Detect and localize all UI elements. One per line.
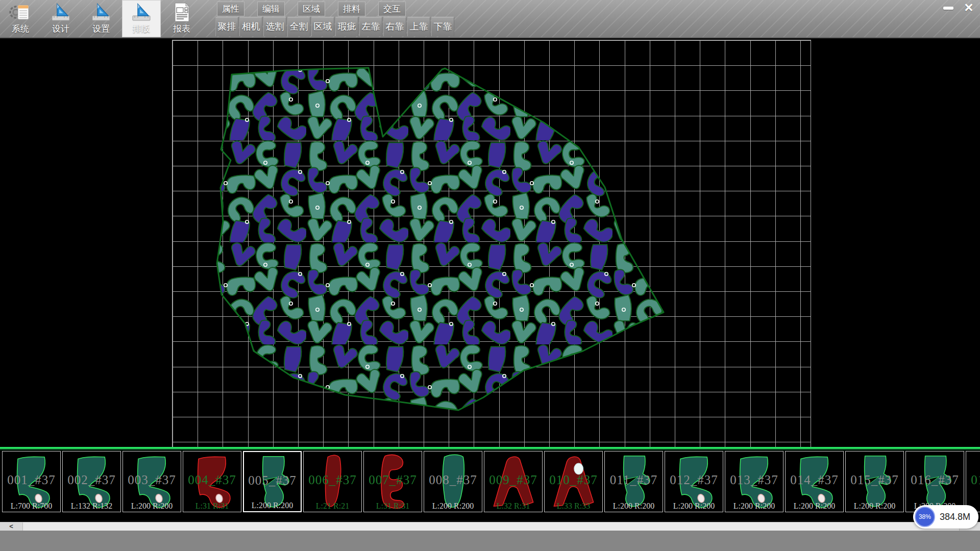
thumbnail-cell-007[interactable]: 007_#37L:31 R:31 [363,451,422,512]
tool-button-cluster-nest[interactable]: 聚排 [215,17,238,36]
piece-name: 008_#37 [424,473,482,487]
piece-name: 011_#37 [605,473,663,487]
thumbnail-cell-017[interactable]: 017_#37L: [966,451,980,512]
piece-name: 015_#37 [846,473,903,487]
piece-name: 010_#37 [545,473,602,487]
thumbnail-cell-011[interactable]: 011_#37L:200 R:200 [604,451,663,512]
leather-hide-shape[interactable] [217,68,664,410]
window-controls: ✕ [940,2,977,14]
piece-name: 006_#37 [304,473,361,487]
main-toolbar: 系统设计设置排版报表 [1,0,201,37]
piece-name: 009_#37 [484,473,542,487]
piece-name: 004_#37 [183,473,241,487]
piece-lr-count: L:200 R:200 [605,502,663,511]
set-square-icon [130,2,153,22]
toolbar-item-design[interactable]: 设计 [41,0,80,37]
menu-tab-properties[interactable]: 属性 [217,2,244,16]
menu-tab-interact[interactable]: 交互 [378,2,406,16]
thumbnail-cell-012[interactable]: 012_#37L:200 R:200 [665,451,723,512]
piece-name: 016_#37 [906,473,964,487]
piece-name: 005_#37 [244,473,301,488]
thumbnail-row: 001_#37L:700 R:700002_#37L:132 R:132003_… [2,451,980,513]
thumbnail-cell-008[interactable]: 008_#37L:200 R:200 [424,451,482,512]
piece-lr-count: L:200 R:200 [424,502,482,511]
piece-name: 002_#37 [63,473,120,487]
piece-lr-count: L:132 R:132 [63,502,120,511]
piece-thumbnail-strip: 001_#37L:700 R:700002_#37L:132 R:132003_… [0,447,980,513]
toolbar-item-layout[interactable]: 排版 [122,0,161,37]
progress-pill[interactable]: 38% 384.8M [913,505,978,529]
menu-tab-nesting[interactable]: 排料 [338,2,365,16]
minimize-button[interactable] [940,2,957,14]
thumbnail-cell-010[interactable]: 010_#37L:33 R:33 [544,451,603,512]
piece-name: 007_#37 [364,473,422,487]
piece-name: 014_#37 [786,473,843,487]
menu-tab-region[interactable]: 区域 [298,2,325,16]
titlebar: 系统设计设置排版报表 属性编辑区域排料交互 聚排相机选割全割区域瑕疵左靠右靠上靠… [0,0,980,38]
set-square-icon [90,2,112,22]
thumbnail-cell-004[interactable]: 004_#37L:31 R:31 [183,451,241,512]
minimize-icon [943,7,953,10]
thumbnail-cell-016[interactable]: 016_#37L:200 R:200 [905,451,964,512]
close-button[interactable]: ✕ [961,2,977,14]
piece-name: 012_#37 [665,473,723,487]
toolbar-item-label: 报表 [173,23,190,35]
toolbar-item-report[interactable]: 报表 [162,0,201,37]
thumbnail-cell-014[interactable]: 014_#37L:200 R:200 [785,451,844,512]
report-document-icon [170,2,193,22]
piece-lr-count: L:700 R:700 [3,502,60,511]
thumbnail-cell-002[interactable]: 002_#37L:132 R:132 [62,451,121,512]
toolbar-item-label: 系统 [12,23,29,35]
toolbar-item-label: 设置 [92,23,110,35]
set-square-icon [50,2,72,22]
tool-button-region[interactable]: 区域 [311,17,334,36]
horizontal-scrollbar[interactable]: < > [0,522,980,531]
system-icon [9,2,32,22]
toolbar-item-settings[interactable]: 设置 [82,0,120,37]
piece-lr-count: L:31 R:31 [183,502,241,511]
piece-lr-count: L:200 R:200 [786,502,843,511]
piece-lr-count: L:200 R:200 [665,502,723,511]
tool-button-select-cut[interactable]: 选割 [263,17,286,36]
piece-lr-count: L:200 R:200 [725,502,783,511]
close-icon: ✕ [964,2,973,14]
toolbar-item-label: 排版 [133,23,150,35]
piece-lr-count: L:33 R:33 [545,502,602,511]
thumbnail-cell-001[interactable]: 001_#37L:700 R:700 [2,451,61,512]
memory-value: 384.8M [940,512,970,522]
tool-button-align-right[interactable]: 右靠 [383,17,406,36]
tool-button-defect[interactable]: 瑕疵 [335,17,358,36]
thumbnail-cell-013[interactable]: 013_#37L:200 R:200 [725,451,783,512]
piece-lr-count: L:200 R:200 [123,502,181,511]
piece-name: 003_#37 [123,473,181,487]
piece-lr-count: L:21 R:21 [304,502,361,511]
tool-button-align-left[interactable]: 左靠 [359,17,382,36]
tool-button-align-top[interactable]: 上靠 [407,17,430,36]
thumbnail-cell-006[interactable]: 006_#37L:21 R:21 [303,451,362,512]
scroll-left-arrow-icon[interactable]: < [0,522,23,531]
thumbnail-cell-015[interactable]: 015_#37L:200 R:200 [845,451,904,512]
toolbar-item-system[interactable]: 系统 [1,0,40,37]
piece-name: 013_#37 [725,473,783,487]
tool-button-align-bottom[interactable]: 下靠 [431,17,454,36]
tool-button-cut-all[interactable]: 全割 [287,17,310,36]
thumbnail-cell-009[interactable]: 009_#37L:32 R:31 [484,451,543,512]
piece-name: 001_#37 [3,473,60,487]
piece-lr-count: L:200 R:200 [846,502,903,511]
window-footer [0,531,980,551]
tool-button-camera[interactable]: 相机 [239,17,262,36]
piece-lr-count: L:31 R:31 [364,502,422,511]
piece-lr-count: L:32 R:31 [484,502,542,511]
thumbnail-cell-003[interactable]: 003_#37L:200 R:200 [122,451,181,512]
toolbar-item-label: 设计 [52,23,69,35]
piece-name: 017_#37 [966,473,980,487]
thumbnail-cell-005[interactable]: 005_#37L:200 R:200 [243,451,302,512]
tool-button-bar: 聚排相机选割全割区域瑕疵左靠右靠上靠下靠 [215,17,454,36]
piece-lr-count: L:200 R:200 [244,501,301,510]
menu-tab-edit[interactable]: 编辑 [257,2,285,16]
menu-tab-bar: 属性编辑区域排料交互 [217,2,406,16]
progress-circle: 38% [915,507,935,527]
